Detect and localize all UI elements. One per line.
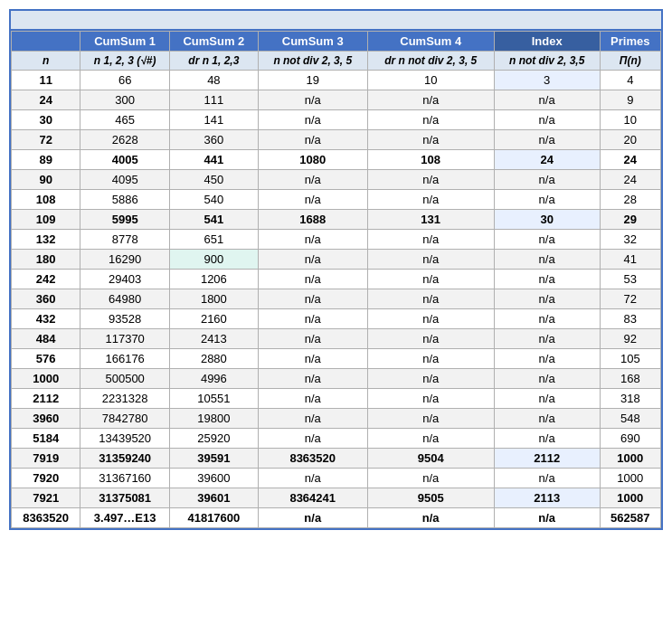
table-cell: 651 [170,230,259,250]
column-header-row: CumSum 1CumSum 2CumSum 3CumSum 4IndexPri… [12,32,661,52]
table-cell: n/a [367,250,494,270]
table-cell: 92 [600,329,660,349]
table-cell: n/a [494,469,600,488]
table-cell: 8364241 [258,488,367,508]
table-cell: 9504 [367,449,494,469]
table-cell: 1206 [170,270,259,289]
table-cell: n/a [367,130,494,150]
table-cell: 3.497…E13 [80,508,170,528]
table-cell: n/a [258,250,367,270]
table-cell: 30 [12,110,80,130]
table-row: 89400544110801082424 [12,150,661,170]
table-cell: 484 [12,329,80,349]
table-row: 722628360n/an/an/a20 [12,130,661,150]
table-cell: 500500 [80,369,170,389]
table-cell: 72 [600,289,660,309]
table-cell: n/a [258,349,367,369]
table-cell: n/a [494,190,600,210]
table-cell: n/a [258,289,367,309]
table-cell: n/a [367,309,494,329]
title-block [11,11,661,31]
table-cell: n/a [494,389,600,409]
table-cell: 541 [170,210,259,230]
table-cell: 29 [600,210,660,230]
table-cell: n/a [258,230,367,250]
table-cell: 10551 [170,389,259,409]
table-cell: 9505 [367,488,494,508]
table-cell: 2628 [80,130,170,150]
table-cell: 8363520 [12,508,80,528]
table-cell: n/a [494,349,600,369]
table-row: 791931359240395918363520950421121000 [12,449,661,469]
table-cell: 360 [12,289,80,309]
table-row: 2112223132810551n/an/an/a318 [12,389,661,409]
table-cell: 66 [80,71,170,90]
table-cell: 93528 [80,309,170,329]
table-cell: 5995 [80,210,170,230]
table-cell: n/a [494,329,600,349]
table-body: 11664819103424300111n/an/an/a930465141n/… [12,71,661,528]
col-header-5: Index [494,32,600,52]
table-row: 792131375081396018364241950521131000 [12,488,661,508]
table-cell: 432 [12,309,80,329]
table-cell: 108 [367,150,494,170]
table-cell: 131 [367,210,494,230]
table-cell: 450 [170,170,259,190]
col-subheader-5: n not div 2, 3,5 [494,52,600,71]
main-container: CumSum 1CumSum 2CumSum 3CumSum 4IndexPri… [9,9,663,530]
table-cell: 1000 [600,469,660,488]
table-cell: 41817600 [170,508,259,528]
col-subheader-2: dr n 1, 2,3 [170,52,259,71]
table-row: 904095450n/an/an/a24 [12,170,661,190]
table-cell: 4095 [80,170,170,190]
table-cell: n/a [494,369,600,389]
table-cell: n/a [494,429,600,449]
table-row: 83635203.497…E1341817600n/an/an/a562587 [12,508,661,528]
table-row: 1328778651n/an/an/a32 [12,230,661,250]
table-cell: n/a [494,230,600,250]
table-row: 242294031206n/an/an/a53 [12,270,661,289]
table-cell: 8778 [80,230,170,250]
table-cell: 64980 [80,289,170,309]
table-cell: 576 [12,349,80,369]
table-cell: n/a [494,250,600,270]
table-row: 79203136716039600n/an/an/a1000 [12,469,661,488]
table-cell: 111 [170,90,259,110]
table-cell: 24 [12,90,80,110]
table-cell: 318 [600,389,660,409]
table-cell: n/a [258,329,367,349]
table-cell: 168 [600,369,660,389]
table-cell: n/a [367,409,494,429]
table-cell: n/a [494,170,600,190]
table-cell: 10 [367,71,494,90]
table-cell: n/a [258,130,367,150]
table-cell: 31375081 [80,488,170,508]
table-cell: n/a [494,409,600,429]
table-cell: n/a [258,508,367,528]
table-cell: 465 [80,110,170,130]
col-header-3: CumSum 3 [258,32,367,52]
table-cell: 72 [12,130,80,150]
table-cell: 2413 [170,329,259,349]
table-cell: 29403 [80,270,170,289]
table-cell: 3960 [12,409,80,429]
table-cell: n/a [258,270,367,289]
col-header-1: CumSum 1 [80,32,170,52]
table-cell: n/a [367,230,494,250]
table-cell: 1800 [170,289,259,309]
table-cell: 9 [600,90,660,110]
table-cell: 16290 [80,250,170,270]
table-cell: n/a [367,289,494,309]
table-cell: 360 [170,130,259,150]
table-row: 30465141n/an/an/a10 [12,110,661,130]
table-cell: n/a [367,190,494,210]
table-cell: 548 [600,409,660,429]
table-cell: 5886 [80,190,170,210]
table-cell: 300 [80,90,170,110]
table-cell: n/a [367,170,494,190]
table-cell: 2113 [494,488,600,508]
table-cell: n/a [494,110,600,130]
table-cell: n/a [367,369,494,389]
table-cell: 83 [600,309,660,329]
table-cell: 1000 [12,369,80,389]
